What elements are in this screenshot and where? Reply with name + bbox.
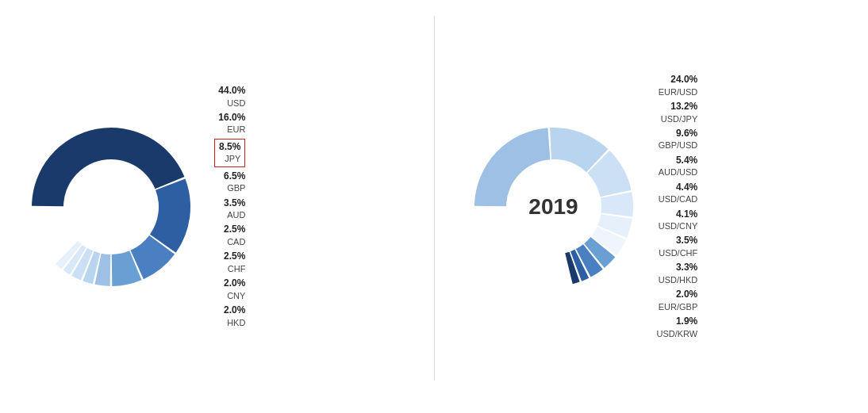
left-legend: 44.0% USD 16.0% EUR 8.5% JPY 6.5% GBP 3.… [214, 85, 245, 328]
right-chart-section: 2019 24.0% EUR/USD 13.2% USD/JPY 9.6% GB… [467, 16, 845, 397]
right-legend-item: 5.4% AUD/USD [657, 155, 698, 178]
legend-label: EUR/USD [659, 86, 698, 98]
legend-pct: 6.5% [224, 170, 245, 183]
legend-pct: 2.0% [224, 277, 245, 290]
left-legend-item: 16.0% EUR [214, 112, 245, 136]
legend-pct: 5.4% [676, 155, 697, 167]
legend-pct: 24.0% [670, 74, 697, 86]
legend-label: USD/HKD [659, 274, 698, 285]
left-legend-item: 8.5% JPY [214, 139, 245, 167]
right-legend-item: 13.2% USD/JPY [657, 101, 698, 124]
left-chart-section: 44.0% USD 16.0% EUR 8.5% JPY 6.5% GBP 3.… [24, 16, 402, 397]
left-legend-item: 2.5% CHF [214, 250, 245, 274]
right-donut-chart: 2019 [467, 120, 641, 294]
legend-label: CHF [228, 263, 246, 274]
legend-pct: 2.5% [224, 250, 245, 263]
left-legend-item: 2.0% HKD [214, 304, 245, 328]
legend-label: HKD [227, 317, 245, 328]
left-legend-item: 44.0% USD [214, 85, 245, 109]
legend-pct: 2.0% [224, 304, 245, 317]
legend-label: GBP/USD [659, 140, 698, 151]
legend-label: USD/CAD [659, 193, 698, 205]
left-legend-item: 3.5% AUD [214, 197, 245, 221]
legend-pct: 4.4% [676, 182, 697, 194]
legend-pct: 9.6% [676, 128, 697, 140]
left-donut-chart [24, 120, 198, 294]
legend-pct: 4.1% [676, 208, 697, 221]
right-legend-item: 9.6% GBP/USD [657, 128, 698, 151]
legend-pct: 2.0% [676, 289, 697, 301]
right-legend-item: 4.1% USD/CNY [657, 208, 698, 232]
legend-pct: 44.0% [218, 85, 245, 98]
legend-pct: 3.5% [224, 197, 245, 210]
legend-label: EUR/GBP [659, 301, 698, 312]
left-legend-item: 2.0% CNY [214, 277, 245, 301]
legend-pct: 3.5% [676, 235, 697, 247]
legend-label: JPY [225, 153, 240, 164]
right-legend-item: 3.5% USD/CHF [657, 235, 698, 258]
right-legend-item: 24.0% EUR/USD [657, 74, 698, 98]
legend-pct: 16.0% [218, 112, 245, 124]
left-legend-item: 6.5% GBP [214, 170, 245, 194]
right-legend-item: 1.9% USD/KRW [657, 315, 698, 339]
legend-label: CAD [227, 236, 245, 247]
legend-label: USD/KRW [657, 328, 698, 339]
right-donut-center-label: 2019 [528, 194, 578, 220]
chart-divider [434, 16, 435, 380]
legend-label: USD/CHF [659, 247, 697, 258]
right-legend-item: 3.3% USD/HKD [657, 262, 698, 285]
legend-label: USD/CNY [659, 220, 698, 231]
legend-pct: 13.2% [670, 101, 697, 113]
legend-label: AUD/USD [659, 166, 698, 178]
legend-label: USD [227, 98, 245, 109]
legend-label: AUD [227, 209, 245, 220]
legend-label: EUR [227, 124, 245, 135]
right-legend-item: 2.0% EUR/GBP [657, 289, 698, 312]
legend-label: USD/JPY [661, 113, 697, 124]
legend-pct: 3.3% [676, 262, 697, 274]
legend-pct: 1.9% [676, 315, 697, 328]
legend-pct: 8.5% [219, 141, 240, 154]
legend-label: GBP [227, 182, 245, 193]
right-legend: 24.0% EUR/USD 13.2% USD/JPY 9.6% GBP/USD… [657, 74, 698, 339]
legend-label: CNY [227, 290, 245, 301]
legend-pct: 2.5% [224, 224, 245, 236]
left-legend-item: 2.5% CAD [214, 224, 245, 247]
right-legend-item: 4.4% USD/CAD [657, 182, 698, 205]
